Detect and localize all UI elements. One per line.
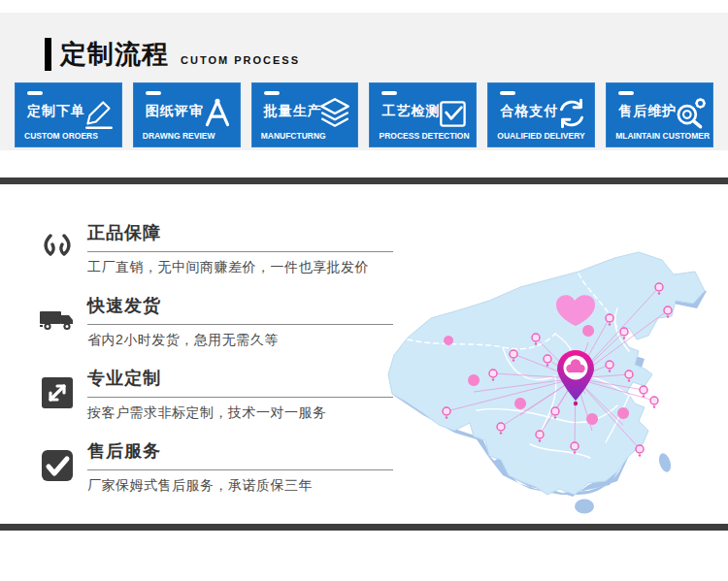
section-title: 定制流程 [60,37,169,72]
feature-title: 售后服务 [87,436,393,470]
pencil-icon [81,95,117,132]
hands-icon [37,227,78,268]
step-custom-order[interactable]: 定制下单 CUSTOM OROERS [15,82,122,147]
feature-fast-shipping: 快速发货 省内2小时发货，急用无需久等 [37,290,406,349]
check-icon [37,445,78,486]
header-accent-bar [45,38,51,71]
feature-professional-custom: 专业定制 按客户需求非标定制，技术一对一服务 [37,363,406,422]
dash-decoration [618,91,634,95]
step-label-cn: 批量生产 [264,103,322,120]
feature-title: 快速发货 [87,290,393,325]
feature-after-sale-service: 售后服务 厂家保姆式售后服务，承诺质保三年 [37,436,406,495]
step-label-en: DRAWNG REVIEW [143,131,239,141]
step-label-cn: 合格支付 [500,103,558,120]
feature-desc: 工厂直销，无中间商赚差价，一件也享批发价 [87,252,393,276]
china-shipping-map [384,250,726,524]
truck-icon [37,300,78,340]
feature-desc: 省内2小时发货，急用无需久等 [87,325,393,349]
dash-decoration [264,91,280,95]
step-label-en: PROCESS DETECTION [379,131,475,141]
step-label-en: CUSTOM OROERS [24,131,120,141]
step-process-detection[interactable]: 工艺检测 PROCESS DETECTION [369,82,477,147]
page: 定制流程 CUTOM PROCESS 定制下单 CUSTOM OROERS 图纸… [0,0,728,581]
dash-decoration [500,91,515,95]
step-label-cn: 图纸评审 [146,103,204,120]
service-icon [672,95,709,132]
feature-authentic-guarantee: 正品保障 工厂直销，无中间商赚差价，一件也享批发价 [37,217,406,276]
step-label-en: MLAINTAIN CUSTOMER [615,131,711,141]
step-label-cn: 工艺检测 [381,103,440,120]
feature-desc: 按客户需求非标定制，技术一对一服务 [87,398,393,422]
divider-bottom [0,524,728,531]
section-header: 定制流程 CUTOM PROCESS [45,37,300,72]
feature-desc: 厂家保姆式售后服务，承诺质保三年 [87,470,393,495]
expand-icon [37,372,78,413]
step-after-sale-maintain[interactable]: 售后维护 MLAINTAIN CUSTOMER [606,82,713,147]
step-label-en: OUALIFIED DELIVERY [497,131,593,141]
layers-icon [316,95,353,132]
step-label-cn: 定制下单 [27,103,85,120]
dash-decoration [27,91,43,95]
dash-decoration [381,91,397,95]
step-manufacturing[interactable]: 批量生产 MANUFCTURNG [251,82,359,147]
process-steps-row: 定制下单 CUSTOM OROERS 图纸评审 DRAWNG REVIEW 批量… [15,82,713,147]
check-square-icon [435,95,472,132]
refresh-icon [553,95,590,132]
feature-title: 专业定制 [87,363,393,398]
step-drawing-review[interactable]: 图纸评审 DRAWNG REVIEW [133,82,241,147]
drafting-icon [199,95,236,132]
section-subtitle: CUTOM PROCESS [181,54,300,66]
step-qualified-delivery[interactable]: 合格支付 OUALIFIED DELIVERY [487,82,595,147]
divider-top [0,178,728,184]
step-label-en: MANUFCTURNG [261,131,357,141]
dash-decoration [146,91,161,95]
step-label-cn: 售后维护 [618,103,677,120]
feature-title: 正品保障 [87,217,393,252]
